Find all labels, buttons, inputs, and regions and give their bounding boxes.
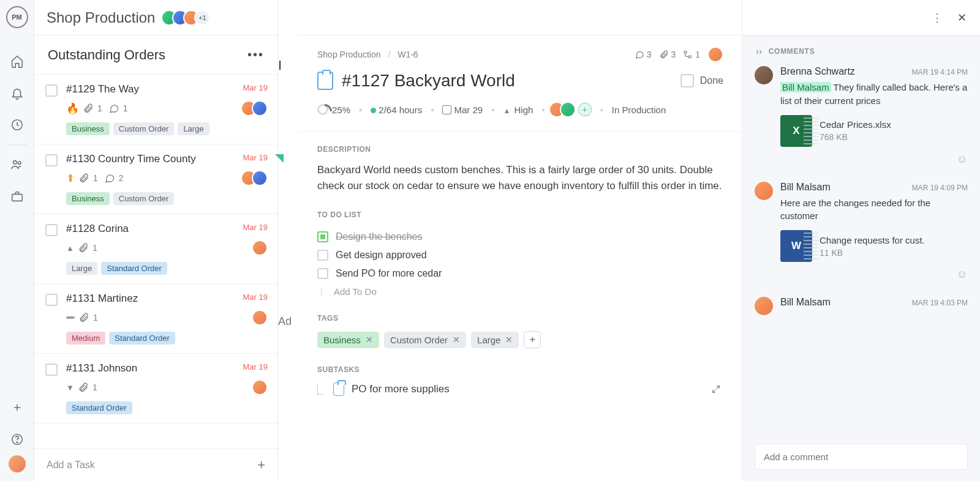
assignee-avatar[interactable] bbox=[707, 47, 723, 62]
add-task-row[interactable]: Add a Task + bbox=[34, 448, 277, 481]
todo-checkbox[interactable] bbox=[317, 250, 328, 261]
file-type-icon: X bbox=[780, 115, 812, 147]
react-icon[interactable]: ☺ bbox=[780, 153, 968, 166]
add-task-plus-icon[interactable]: + bbox=[257, 457, 265, 473]
todo-checkbox[interactable] bbox=[317, 231, 328, 242]
list-header: Outstanding Orders ••• bbox=[34, 35, 277, 75]
task-card[interactable]: #1129 The WayMar 19🔥11BusinessCustom Ord… bbox=[34, 75, 277, 144]
priority-critical-icon: 🔥 bbox=[66, 102, 79, 115]
more-icon[interactable]: ••• bbox=[247, 48, 264, 62]
close-icon[interactable]: ✕ bbox=[957, 11, 967, 24]
task-card[interactable]: #1131 MartinezMar 191MediumStandard Orde… bbox=[34, 284, 277, 354]
status-label[interactable]: In Production bbox=[612, 105, 666, 115]
task-title[interactable]: #1127 Backyard World bbox=[342, 71, 515, 91]
hours-indicator[interactable]: 2/64 hours bbox=[371, 105, 422, 115]
attachment-icon bbox=[78, 312, 89, 323]
crumb-sep: / bbox=[388, 50, 390, 59]
task-tags: MediumStandard Order bbox=[66, 332, 268, 345]
people-icon[interactable] bbox=[10, 157, 24, 172]
bell-icon[interactable] bbox=[10, 86, 24, 100]
comments-panel: ⋮ ✕ ›› COMMENTS Brenna SchwartzMAR 19 4:… bbox=[742, 0, 980, 481]
todo-item[interactable]: Send PO for more cedar bbox=[317, 264, 723, 283]
expand-icon[interactable] bbox=[711, 384, 721, 394]
comments-count-icon[interactable]: 3 bbox=[635, 50, 652, 59]
task-card[interactable]: #1128 CorinaMar 19▲1LargeStandard Order bbox=[34, 214, 277, 284]
comment-input-wrap bbox=[742, 435, 980, 481]
adjacent-column-peek: I Ad bbox=[278, 0, 299, 481]
task-checkbox[interactable] bbox=[45, 154, 58, 166]
task-date: Mar 19 bbox=[243, 83, 268, 92]
tag-chip[interactable]: Business✕ bbox=[317, 332, 379, 348]
task-tags: LargeStandard Order bbox=[66, 262, 268, 275]
svg-point-1 bbox=[13, 161, 16, 165]
task-checkbox[interactable] bbox=[45, 294, 58, 306]
tag: Medium bbox=[66, 332, 105, 345]
priority-med-icon bbox=[66, 316, 75, 319]
todo-item[interactable]: Design the benches bbox=[317, 228, 723, 246]
due-date[interactable]: Mar 29 bbox=[442, 105, 483, 115]
todo-checkbox[interactable] bbox=[317, 268, 328, 279]
breadcrumb[interactable]: Shop Production / W1-6 bbox=[317, 50, 418, 59]
react-icon[interactable]: ☺ bbox=[780, 268, 968, 281]
tag-remove-icon[interactable]: ✕ bbox=[366, 335, 373, 345]
task-card[interactable]: #1131 JohnsonMar 19▼1Standard Order bbox=[34, 354, 277, 423]
tree-connector-icon bbox=[317, 384, 323, 395]
project-title: Shop Production bbox=[47, 9, 155, 26]
add-todo-button[interactable]: Add To Do bbox=[336, 286, 723, 297]
tag-chip[interactable]: Large✕ bbox=[471, 332, 519, 348]
tag-chip[interactable]: Custom Order✕ bbox=[384, 332, 466, 348]
assignees[interactable]: + bbox=[554, 102, 592, 117]
add-assignee-button[interactable]: + bbox=[578, 103, 592, 116]
attach-count: 1 bbox=[92, 243, 97, 253]
todo-item[interactable]: Get design approved bbox=[317, 246, 723, 264]
task-checkbox[interactable] bbox=[45, 364, 58, 376]
task-card[interactable]: #1130 Country Time CountyMar 19⬆12Busine… bbox=[34, 144, 277, 214]
done-checkbox[interactable] bbox=[680, 74, 694, 88]
mention[interactable]: Bill Malsam bbox=[780, 82, 831, 92]
task-date: Mar 19 bbox=[243, 362, 268, 371]
home-icon[interactable] bbox=[10, 54, 24, 69]
description-text[interactable]: Backyard World needs custom benches. Thi… bbox=[317, 162, 723, 193]
help-icon[interactable] bbox=[10, 432, 24, 447]
attachments-count-icon[interactable]: 3 bbox=[659, 50, 676, 59]
svg-rect-6 bbox=[684, 51, 687, 53]
add-tag-button[interactable]: + bbox=[524, 331, 541, 348]
done-label: Done bbox=[700, 75, 723, 86]
crumb-project[interactable]: Shop Production bbox=[317, 50, 381, 59]
task-tags: BusinessCustom Order bbox=[66, 192, 268, 205]
done-toggle[interactable]: Done bbox=[680, 74, 723, 88]
priority-indicator[interactable]: ▲ High bbox=[503, 105, 533, 115]
comment-time: MAR 19 4:09 PM bbox=[912, 184, 968, 192]
calendar-icon bbox=[442, 105, 451, 114]
current-user-avatar[interactable] bbox=[9, 455, 26, 472]
comment-author: Brenna Schwartz bbox=[780, 66, 855, 77]
tag-remove-icon[interactable]: ✕ bbox=[453, 335, 460, 345]
todo-section: TO DO LIST Design the benchesGet design … bbox=[299, 207, 742, 310]
clock-icon[interactable] bbox=[10, 117, 24, 132]
collapse-icon[interactable]: ›› bbox=[756, 47, 763, 56]
tag-remove-icon[interactable]: ✕ bbox=[505, 335, 513, 345]
task-name: #1130 Country Time County bbox=[66, 153, 196, 165]
avatar bbox=[252, 170, 268, 186]
task-avatars bbox=[257, 310, 268, 326]
crumb-item[interactable]: W1-6 bbox=[398, 50, 418, 59]
progress-indicator[interactable]: 25% bbox=[317, 104, 350, 115]
tag: Standard Order bbox=[109, 332, 175, 345]
comment: Brenna SchwartzMAR 19 4:14 PMBill Malsam… bbox=[755, 66, 968, 166]
add-icon[interactable] bbox=[10, 400, 24, 415]
briefcase-icon[interactable] bbox=[10, 189, 24, 204]
subtask-item[interactable]: PO for more supplies bbox=[317, 382, 723, 396]
subtasks-count-icon[interactable]: 1 bbox=[683, 50, 700, 59]
attachment[interactable]: WChange requests for cust.11 KB bbox=[780, 230, 968, 262]
comment-input[interactable] bbox=[755, 444, 968, 470]
task-checkbox[interactable] bbox=[45, 224, 58, 236]
comment-text: Here are the changes needed for the cust… bbox=[780, 196, 968, 223]
attachment-icon bbox=[78, 242, 89, 253]
file-size: 11 KB bbox=[820, 248, 925, 258]
project-avatars[interactable]: +1 bbox=[166, 10, 210, 26]
attachment[interactable]: XCedar Prices.xlsx768 KB bbox=[780, 115, 968, 147]
todo-text: Get design approved bbox=[336, 250, 427, 261]
kebab-icon[interactable]: ⋮ bbox=[932, 11, 943, 24]
avatar bbox=[252, 240, 268, 256]
task-checkbox[interactable] bbox=[45, 84, 58, 97]
